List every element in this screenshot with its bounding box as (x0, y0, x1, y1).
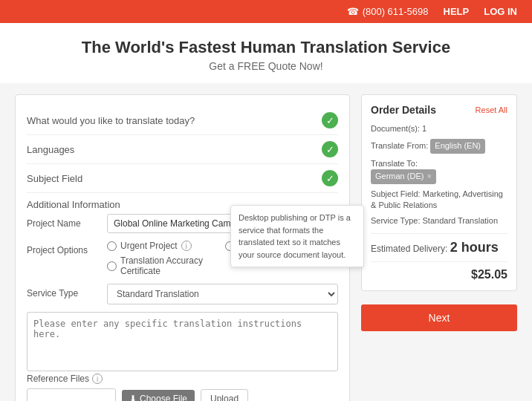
translate-from-row: Translate From: English (EN) (371, 139, 507, 153)
phone-number: (800) 611-5698 (363, 6, 429, 17)
service-type-row: Service Type Standard Translation (27, 284, 338, 304)
formatting-tooltip: Desktop publishing or DTP is a service t… (230, 205, 364, 267)
translate-from-tag: English (EN) (430, 139, 485, 153)
top-bar: ☎ (800) 611-5698 HELP LOG IN (0, 0, 532, 23)
right-panel: Order Details Reset All Document(s): 1 T… (361, 94, 517, 401)
section-translate-check: ✓ (322, 112, 338, 128)
documents-value: 1 (422, 124, 426, 133)
reset-link[interactable]: Reset All (476, 105, 507, 114)
translate-to-row: Translate To: German (DE) × (371, 158, 507, 184)
option-urgent[interactable]: Urgent Project i (107, 241, 221, 251)
next-button[interactable]: Next (361, 304, 517, 331)
option-urgent-radio[interactable] (107, 241, 117, 251)
file-input-box (27, 388, 116, 401)
section-row-translate: What would you like to translate today? … (27, 106, 338, 135)
option-certificate[interactable]: Translation Accuracy Certificate (107, 255, 221, 276)
instructions-textarea[interactable] (27, 312, 338, 371)
translate-from-label: Translate From: (371, 141, 428, 150)
help-link[interactable]: HELP (444, 6, 470, 17)
translate-to-remove-icon[interactable]: × (426, 171, 431, 182)
file-row: ⬇ Choose File Upload (27, 388, 338, 401)
section-subject-check: ✓ (322, 170, 338, 186)
order-divider (371, 233, 507, 234)
delivery-time: 2 hours (450, 240, 499, 255)
service-label: Service Type: (371, 216, 420, 225)
project-options-label: Project Options (27, 241, 101, 255)
hero-subtitle: Get a FREE Quote Now! (0, 60, 532, 72)
documents-label: Document(s): (371, 124, 420, 133)
service-type-select[interactable]: Standard Translation (107, 284, 338, 304)
login-link[interactable]: LOG IN (484, 6, 517, 17)
order-details-title: Order Details (371, 104, 436, 116)
option-certificate-radio[interactable] (107, 261, 117, 271)
hero-section: The World's Fastest Human Translation Se… (0, 23, 532, 83)
order-details-header: Order Details Reset All (371, 104, 507, 116)
reference-files-text: Reference Files (27, 374, 89, 384)
download-icon: ⬇ (129, 394, 137, 401)
translate-to-tag-text: German (DE) (375, 171, 424, 182)
translate-to-label: Translate To: (371, 159, 418, 168)
section-languages-check: ✓ (322, 141, 338, 157)
service-value: Standard Translation (423, 216, 499, 225)
section-translate-label: What would you like to translate today? (27, 115, 195, 126)
choose-file-label: Choose File (140, 394, 187, 401)
reference-help-icon[interactable]: i (92, 374, 103, 384)
service-type-content: Standard Translation (107, 284, 338, 304)
price-row: $25.05 (371, 268, 507, 281)
choose-file-button[interactable]: ⬇ Choose File (122, 390, 195, 401)
phone-icon: ☎ (347, 6, 359, 17)
price-divider (371, 261, 507, 262)
section-row-languages: Languages ✓ (27, 135, 338, 164)
price-value: $25.05 (471, 268, 507, 281)
section-subject-label: Subject Field (27, 173, 82, 184)
phone-info: ☎ (800) 611-5698 (347, 6, 429, 17)
project-name-label: Project Name (27, 214, 101, 229)
option-urgent-label: Urgent Project (120, 241, 178, 251)
delivery-row: Estimated Delivery: 2 hours (371, 240, 507, 255)
delivery-label: Estimated Delivery: (371, 244, 447, 254)
documents-row: Document(s): 1 (371, 123, 507, 134)
upload-button[interactable]: Upload (201, 389, 248, 401)
reference-files-label: Reference Files i (27, 374, 338, 384)
tooltip-text: Desktop publishing or DTP is a service t… (239, 213, 351, 259)
service-type-label: Service Type (27, 284, 101, 299)
option-certificate-label: Translation Accuracy Certificate (120, 255, 221, 276)
service-row: Service Type: Standard Translation (371, 215, 507, 226)
translate-to-tag: German (DE) × (371, 169, 436, 183)
hero-title: The World's Fastest Human Translation Se… (0, 38, 532, 57)
subject-row: Subject Field: Marketing, Advertising & … (371, 189, 507, 212)
order-details-box: Order Details Reset All Document(s): 1 T… (361, 94, 517, 291)
urgent-help-icon[interactable]: i (181, 241, 192, 251)
section-languages-label: Languages (27, 144, 74, 155)
subject-label: Subject Field: (371, 189, 421, 198)
section-row-subject: Subject Field ✓ (27, 164, 338, 193)
